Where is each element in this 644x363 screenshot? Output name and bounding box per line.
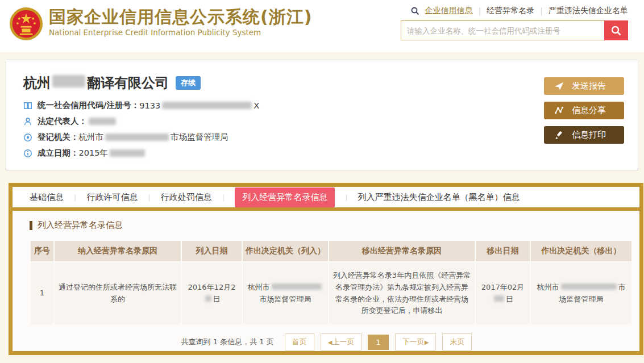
book-icon — [23, 101, 32, 110]
field-credit-code: 统一社会信用代码/注册号： 9133X — [23, 100, 259, 111]
nav-link-abnormal-list[interactable]: 经营异常名录 — [487, 6, 534, 16]
right-arrow-icon: ▶ — [425, 339, 429, 345]
tab-separator: | — [74, 193, 76, 202]
tab-bar: 基础信息 | 行政许可信息 | 行政处罚信息 | 列入经营异常名录信息 | 列入… — [13, 187, 639, 211]
redacted-text — [561, 283, 617, 290]
paper-plane-icon — [554, 81, 564, 91]
section-title: 列入经营异常名录信息 — [30, 220, 624, 231]
tab-separator: | — [345, 193, 347, 202]
field-establishment-date: 成立日期： 2015年 — [23, 148, 259, 158]
tab-administrative-license[interactable]: 行政许可信息 — [86, 192, 138, 203]
col-header-authority-out: 作出决定机关（移出） — [531, 241, 631, 261]
redacted-text — [162, 102, 252, 109]
col-header-reason-in: 纳入经营异常名录原因 — [55, 241, 181, 261]
redacted-text — [105, 133, 169, 140]
tab-separator: | — [222, 193, 225, 202]
search-button[interactable] — [604, 20, 628, 40]
first-page-button[interactable]: 首页 — [285, 333, 314, 351]
search-input[interactable] — [401, 20, 604, 40]
redacted-text — [272, 283, 322, 290]
redacted-text — [110, 149, 145, 156]
col-header-date-in: 列入日期 — [182, 241, 242, 261]
detail-panel: 基础信息 | 行政许可信息 | 行政处罚信息 | 列入经营异常名录信息 | 列入… — [9, 183, 643, 355]
info-circle-icon — [23, 149, 32, 158]
location-pin-icon — [23, 133, 32, 142]
prev-page-button[interactable]: ◀上一页 — [321, 333, 362, 351]
field-registration-authority: 登记机关： 杭州市市场监督管理局 — [23, 132, 259, 143]
search-icon — [610, 25, 622, 36]
col-header-authority-in: 作出决定机关（列入） — [243, 241, 328, 261]
pagination: 共查询到 1 条信息，共 1 页 首页 ◀上一页 1 下一页▶ 末页 — [30, 333, 624, 351]
redacted-text — [52, 75, 85, 87]
redacted-text — [494, 295, 504, 302]
col-header-date-out: 移出日期 — [476, 241, 530, 261]
print-info-button[interactable]: 信息打印 — [544, 126, 624, 144]
col-header-reason-out: 移出经营异常名录原因 — [329, 241, 475, 261]
cell-seq: 1 — [31, 262, 53, 324]
cell-date-in: 2016年12月2日 — [182, 262, 242, 324]
abnormal-operation-table: 序号 纳入经营异常名录原因 列入日期 作出决定机关（列入） 移出经营异常名录原因… — [30, 240, 633, 326]
search-icon — [411, 7, 419, 15]
tab-separator: | — [148, 193, 150, 202]
site-subtitle: National Enterprise Credit Information P… — [49, 28, 312, 37]
national-emblem-logo — [9, 7, 43, 41]
redacted-text — [89, 118, 116, 124]
field-legal-representative: 法定代表人： — [23, 116, 259, 127]
nav-separator: | — [479, 6, 481, 15]
tab-basic-info[interactable]: 基础信息 — [30, 192, 64, 203]
send-report-button[interactable]: 发送报告 — [544, 77, 624, 95]
pencil-icon — [554, 130, 564, 140]
table-row: 1 通过登记的住所或者经营场所无法联系的 2016年12月2日 杭州市市场监督管… — [31, 262, 631, 324]
logo-area: 国家企业信用信息公示系统(浙江) National Enterprise Cre… — [9, 3, 312, 41]
search-bar — [401, 20, 628, 40]
last-page-button[interactable]: 末页 — [442, 333, 472, 351]
table-header-row: 序号 纳入经营异常名录原因 列入日期 作出决定机关（列入） 移出经营异常名录原因… — [31, 241, 631, 261]
pagination-info: 共查询到 1 条信息，共 1 页 — [181, 337, 274, 347]
company-info-card: 杭州翻译有限公司 存续 统一社会信用代码/注册号： 9133X 法定代表人： — [6, 60, 638, 170]
site-title: 国家企业信用信息公示系统(浙江) — [49, 7, 312, 27]
current-page-button[interactable]: 1 — [368, 335, 388, 350]
cell-authority-out: 杭州市市场监督管理局 — [531, 262, 631, 324]
section-title-marker — [30, 221, 32, 230]
nav-link-credit-info[interactable]: 企业信用信息 — [425, 6, 473, 16]
nav-link-illegal-list[interactable]: 严重违法失信企业名单 — [549, 6, 628, 16]
cell-date-out: 2017年02月日 — [476, 262, 530, 324]
tab-serious-illegal-blacklist[interactable]: 列入严重违法失信企业名单（黑名单）信息 — [358, 192, 520, 203]
share-info-button[interactable]: 信息分享 — [544, 102, 624, 119]
action-buttons: 发送报告 信息分享 信息打印 — [544, 74, 624, 170]
nav-separator: | — [540, 6, 543, 15]
cell-reason-in: 通过登记的住所或者经营场所无法联系的 — [55, 262, 181, 324]
company-name: 杭州翻译有限公司 — [23, 74, 169, 92]
col-header-seq: 序号 — [31, 241, 53, 261]
cell-authority-in: 杭州市市场监督管理局 — [243, 262, 328, 324]
person-icon — [23, 117, 32, 126]
status-badge: 存续 — [176, 76, 201, 90]
site-header: 国家企业信用信息公示系统(浙江) National Enterprise Cre… — [0, 0, 644, 52]
share-nodes-icon — [554, 106, 564, 115]
tab-administrative-penalty[interactable]: 行政处罚信息 — [161, 192, 212, 203]
cell-reason-out: 列入经营异常名录3年内且依照《经营异常名录管理办法》第九条规定被列入经营异常名录… — [329, 262, 475, 324]
redacted-text — [205, 295, 211, 302]
tab-abnormal-operation-list[interactable]: 列入经营异常名录信息 — [235, 187, 335, 207]
next-page-button[interactable]: 下一页▶ — [395, 333, 437, 351]
top-nav: 企业信用信息 | 经营异常名录 | 严重违法失信企业名单 — [411, 6, 628, 16]
